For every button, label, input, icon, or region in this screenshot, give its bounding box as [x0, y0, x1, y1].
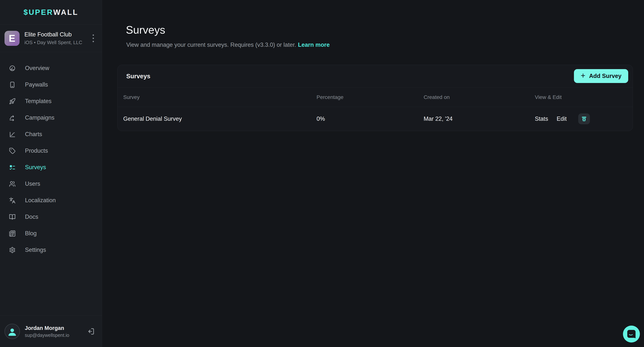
- sidebar: $UPERWALL E Elite Football Club iOS • Da…: [0, 0, 102, 347]
- campaigns-icon: [9, 114, 16, 121]
- page-title: Surveys: [126, 23, 165, 36]
- workspace-avatar: E: [4, 31, 20, 46]
- sidebar-nav: Overview Paywalls Templates Campaigns Ch…: [0, 52, 102, 258]
- paywalls-icon: [9, 81, 16, 88]
- table-header: Survey Percentage Created on View & Edit: [118, 87, 633, 107]
- column-created-on: Created on: [424, 94, 450, 100]
- sidebar-item-surveys[interactable]: Surveys: [0, 159, 102, 176]
- users-icon: [9, 181, 16, 187]
- trash-icon: [581, 116, 587, 122]
- sidebar-item-templates[interactable]: Templates: [0, 93, 102, 109]
- delete-survey-button[interactable]: [578, 113, 590, 124]
- column-survey: Survey: [123, 94, 140, 100]
- edit-link[interactable]: Edit: [557, 115, 566, 122]
- overview-icon: [9, 65, 16, 71]
- localization-icon: [9, 197, 16, 204]
- panel-title: Surveys: [126, 73, 150, 80]
- chat-bubble-icon: [623, 326, 640, 343]
- user-text: Jordan Morgan sup@daywellspent.io: [25, 325, 69, 338]
- sidebar-item-localization[interactable]: Localization: [0, 192, 102, 209]
- page-subtitle: View and manage your current surveys. Re…: [126, 41, 330, 49]
- workspace-name: Elite Football Club: [24, 31, 82, 38]
- cell-survey-name: General Denial Survey: [123, 115, 182, 122]
- user-email: sup@daywellspent.io: [25, 333, 69, 338]
- settings-icon: [9, 247, 16, 253]
- cell-percentage: 0%: [316, 115, 325, 122]
- sidebar-item-blog[interactable]: Blog: [0, 225, 102, 242]
- sidebar-item-docs[interactable]: Docs: [0, 209, 102, 225]
- sidebar-item-users[interactable]: Users: [0, 176, 102, 192]
- sidebar-item-campaigns[interactable]: Campaigns: [0, 109, 102, 126]
- sidebar-item-products[interactable]: Products: [0, 142, 102, 159]
- docs-icon: [9, 214, 16, 220]
- add-survey-button[interactable]: + Add Survey: [574, 69, 628, 83]
- learn-more-link[interactable]: Learn more: [298, 41, 330, 48]
- add-survey-label: Add Survey: [589, 73, 622, 79]
- surveys-panel: Surveys + Add Survey Survey Percentage C…: [118, 65, 633, 131]
- person-icon: [7, 326, 18, 337]
- sidebar-item-overview[interactable]: Overview: [0, 60, 102, 76]
- workspace-meta: iOS • Day Well Spent, LLC: [24, 40, 82, 45]
- stats-link[interactable]: Stats: [535, 115, 548, 122]
- sidebar-item-charts[interactable]: Charts: [0, 126, 102, 142]
- plus-icon: +: [581, 72, 586, 80]
- sidebar-item-paywalls[interactable]: Paywalls: [0, 76, 102, 93]
- cell-created-on: Mar 22, '24: [424, 115, 452, 122]
- sign-out-icon[interactable]: [86, 327, 95, 336]
- surveys-icon: [9, 164, 16, 171]
- column-view-edit: View & Edit: [535, 94, 562, 100]
- table-row: General Denial Survey 0% Mar 22, '24 Sta…: [118, 107, 633, 131]
- templates-icon: [9, 98, 16, 105]
- superwall-logo: $UPERWALL: [0, 0, 102, 25]
- products-icon: [9, 148, 16, 154]
- user-avatar: [4, 324, 20, 339]
- workspace-text: Elite Football Club iOS • Day Well Spent…: [24, 31, 82, 45]
- sidebar-item-settings[interactable]: Settings: [0, 242, 102, 258]
- logo-part-secondary: WALL: [53, 8, 78, 16]
- workspace-menu-icon[interactable]: [91, 33, 96, 44]
- user-account[interactable]: Jordan Morgan sup@daywellspent.io: [0, 316, 102, 347]
- page-subtitle-text: View and manage your current surveys. Re…: [126, 41, 296, 48]
- panel-header: Surveys + Add Survey: [118, 65, 633, 87]
- charts-icon: [9, 131, 16, 138]
- column-percentage: Percentage: [316, 94, 344, 100]
- logo-part-primary: $UPER: [24, 8, 53, 16]
- workspace-selector[interactable]: E Elite Football Club iOS • Day Well Spe…: [0, 25, 102, 52]
- blog-icon: [9, 230, 16, 237]
- user-name: Jordan Morgan: [25, 325, 69, 331]
- chat-launcher-button[interactable]: [623, 326, 640, 343]
